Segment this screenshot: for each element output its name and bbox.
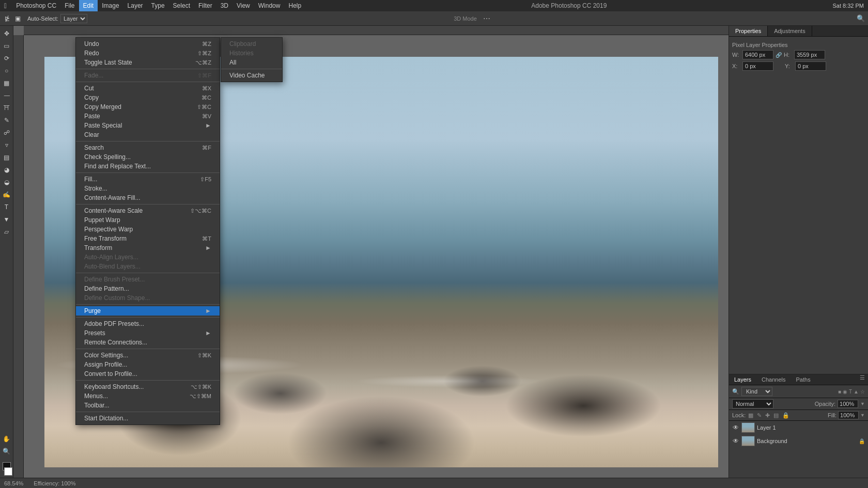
apple-logo-icon[interactable]: : [4, 2, 7, 10]
tool-eraser[interactable]: ▿: [1, 139, 12, 151]
tool-rect-select[interactable]: ▭: [1, 40, 12, 52]
search-icon[interactable]: 🔍: [857, 14, 865, 22]
menubar-item-help[interactable]: Help: [284, 0, 305, 11]
menubar-item-edit[interactable]: Edit: [79, 0, 98, 11]
menu-find-replace[interactable]: Find and Replace Text...: [76, 162, 220, 171]
x-input[interactable]: [742, 61, 773, 71]
opacity-arrow[interactable]: ▼: [860, 401, 865, 406]
menu-transform[interactable]: Transform ►: [76, 243, 220, 253]
background-visibility-icon[interactable]: 👁: [732, 437, 739, 445]
tool-blur[interactable]: ◕: [1, 164, 12, 176]
tool-lasso[interactable]: ⟳: [1, 53, 12, 64]
menubar-item-window[interactable]: Window: [254, 0, 285, 11]
layer-kind-filter[interactable]: Kind: [741, 387, 772, 396]
menu-copy[interactable]: Copy ⌘C: [76, 93, 220, 102]
submenu-all[interactable]: All: [221, 58, 282, 67]
menu-keyboard-shortcuts[interactable]: Keyboard Shortcuts... ⌥⇧⌘K: [76, 382, 220, 391]
menu-auto-align[interactable]: Auto-Align Layers...: [76, 253, 220, 262]
lock-transparency-icon[interactable]: ▩: [747, 412, 754, 419]
menu-color-settings[interactable]: Color Settings... ⇧⌘K: [76, 351, 220, 360]
menu-paste-special[interactable]: Paste Special ►: [76, 121, 220, 130]
options-icon-2[interactable]: ▣: [13, 15, 22, 22]
menu-define-brush[interactable]: Define Brush Preset...: [76, 275, 220, 284]
menu-toolbar[interactable]: Toolbar...: [76, 401, 220, 410]
menubar-item-photoshop[interactable]: Photoshop CC: [12, 0, 60, 11]
menubar-item-select[interactable]: Select: [169, 0, 194, 11]
menu-toggle-last-state[interactable]: Toggle Last State ⌥⌘Z: [76, 58, 220, 67]
menubar-item-view[interactable]: View: [233, 0, 254, 11]
menu-adobe-pdf-presets[interactable]: Adobe PDF Presets...: [76, 319, 220, 328]
menu-define-custom-shape[interactable]: Define Custom Shape...: [76, 293, 220, 303]
tab-properties[interactable]: Properties: [729, 26, 768, 36]
menu-undo[interactable]: Undo ⌘Z: [76, 39, 220, 49]
menubar-item-file[interactable]: File: [60, 0, 79, 11]
width-input[interactable]: [742, 50, 773, 59]
tool-zoom[interactable]: 🔍: [1, 446, 12, 457]
tool-shape[interactable]: ▱: [1, 226, 12, 238]
lock-position-icon[interactable]: ✚: [764, 412, 771, 419]
options-icon-1[interactable]: ⋭: [3, 15, 11, 22]
tool-heal[interactable]: ⛩: [1, 102, 12, 114]
lock-artboard-icon[interactable]: ▤: [772, 412, 780, 419]
filter-pixel-icon[interactable]: ■: [838, 389, 841, 395]
link-icon[interactable]: 🔗: [776, 52, 782, 58]
menu-copy-merged[interactable]: Copy Merged ⇧⌘C: [76, 102, 220, 112]
tool-brush[interactable]: ✎: [1, 115, 12, 126]
filter-adjust-icon[interactable]: ◉: [843, 389, 847, 395]
tool-move[interactable]: ✥: [1, 28, 12, 39]
menu-remote-connections[interactable]: Remote Connections...: [76, 338, 220, 347]
tool-pen[interactable]: ✍: [1, 189, 12, 200]
menu-presets[interactable]: Presets ►: [76, 328, 220, 338]
filter-shape-icon[interactable]: ▲: [854, 389, 859, 395]
tab-paths[interactable]: Paths: [791, 374, 816, 385]
y-input[interactable]: [795, 61, 826, 71]
menu-define-pattern[interactable]: Define Pattern...: [76, 284, 220, 293]
height-input[interactable]: [794, 50, 825, 59]
menu-convert-to-profile[interactable]: Convert to Profile...: [76, 369, 220, 379]
menu-content-aware-scale[interactable]: Content-Aware Scale ⇧⌥⌘C: [76, 206, 220, 215]
tab-channels[interactable]: Channels: [756, 374, 791, 385]
menu-fade[interactable]: Fade... ⇧⌘F: [76, 71, 220, 80]
tool-crop[interactable]: ▦: [1, 77, 12, 89]
layer1-visibility-icon[interactable]: 👁: [732, 424, 739, 431]
menu-fill[interactable]: Fill... ⇧F5: [76, 175, 220, 184]
menu-content-aware-fill[interactable]: Content-Aware Fill...: [76, 193, 220, 202]
menu-clear[interactable]: Clear: [76, 130, 220, 139]
tool-hand[interactable]: ✋: [1, 433, 12, 445]
menu-paste[interactable]: Paste ⌘V: [76, 112, 220, 121]
menubar-item-layer[interactable]: Layer: [123, 0, 147, 11]
canvas-area[interactable]: Undo ⌘Z Redo ⇧⌘Z Toggle Last State ⌥⌘Z F…: [13, 26, 729, 478]
layer-item-background[interactable]: 👁 Background 🔒: [729, 434, 868, 448]
tab-layers[interactable]: Layers: [729, 374, 756, 385]
tool-clone[interactable]: ☍: [1, 127, 12, 138]
menu-free-transform[interactable]: Free Transform ⌘T: [76, 234, 220, 243]
menu-perspective-warp[interactable]: Perspective Warp: [76, 225, 220, 234]
menubar-item-filter[interactable]: Filter: [194, 0, 216, 11]
filter-smart-icon[interactable]: ☆: [860, 389, 865, 395]
menu-check-spelling[interactable]: Check Spelling...: [76, 152, 220, 162]
submenu-histories[interactable]: Histories: [221, 49, 282, 58]
blend-mode-select[interactable]: Normal: [732, 399, 773, 408]
tool-text[interactable]: T: [1, 201, 12, 213]
filter-type-icon[interactable]: T: [849, 389, 852, 395]
menu-purge[interactable]: Purge ►: [76, 306, 220, 316]
lock-image-icon[interactable]: ✎: [756, 412, 763, 419]
submenu-clipboard[interactable]: Clipboard: [221, 39, 282, 49]
layers-panel-menu[interactable]: ☰: [857, 374, 868, 385]
menu-start-dictation[interactable]: Start Dictation...: [76, 414, 220, 423]
opacity-input[interactable]: [838, 400, 858, 408]
tool-dodge[interactable]: ◒: [1, 177, 12, 188]
menu-redo[interactable]: Redo ⇧⌘Z: [76, 49, 220, 58]
options-icon-arrange[interactable]: ⋯: [483, 14, 490, 23]
lock-all-icon[interactable]: 🔒: [781, 412, 791, 419]
menubar-item-image[interactable]: Image: [98, 0, 123, 11]
menubar-item-type[interactable]: Type: [147, 0, 169, 11]
menu-auto-blend[interactable]: Auto-Blend Layers...: [76, 262, 220, 271]
menu-cut[interactable]: Cut ⌘X: [76, 84, 220, 93]
layer-item-layer1[interactable]: 👁 Layer 1: [729, 421, 868, 434]
tab-adjustments[interactable]: Adjustments: [768, 26, 812, 36]
auto-select-dropdown[interactable]: Layer: [60, 14, 87, 23]
menu-puppet-warp[interactable]: Puppet Warp: [76, 215, 220, 225]
menu-menus[interactable]: Menus... ⌥⇧⌘M: [76, 391, 220, 401]
menubar-item-3d[interactable]: 3D: [216, 0, 233, 11]
